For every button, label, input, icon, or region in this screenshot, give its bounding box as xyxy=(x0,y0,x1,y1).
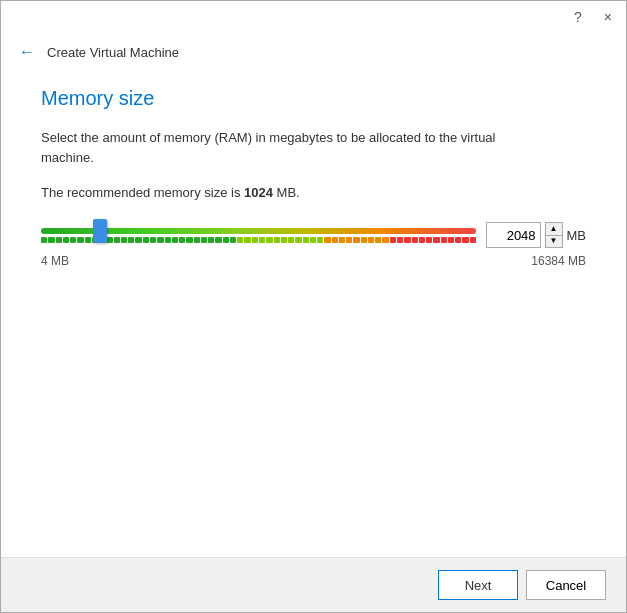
section-title: Memory size xyxy=(41,87,586,110)
spinbox-buttons: ▲ ▼ xyxy=(545,222,563,248)
content-area: Memory size Select the amount of memory … xyxy=(1,67,626,557)
recommended-prefix: The recommended memory size is xyxy=(41,185,244,200)
footer: Next Cancel xyxy=(1,557,626,612)
memory-slider[interactable] xyxy=(41,227,476,235)
recommended-text: The recommended memory size is 1024 MB. xyxy=(41,185,586,200)
spinbox-group: ▲ ▼ MB xyxy=(486,222,586,248)
next-button[interactable]: Next xyxy=(438,570,518,600)
recommended-value: 1024 xyxy=(244,185,273,200)
close-button[interactable]: × xyxy=(600,7,616,27)
spinbox-input[interactable] xyxy=(486,222,541,248)
description-text: Select the amount of memory (RAM) in meg… xyxy=(41,128,521,167)
nav-title: Create Virtual Machine xyxy=(47,45,179,60)
title-bar-controls: ? × xyxy=(570,7,616,27)
help-button[interactable]: ? xyxy=(570,7,586,27)
spinbox-down-button[interactable]: ▼ xyxy=(546,235,562,248)
nav-bar: ← Create Virtual Machine xyxy=(1,33,626,67)
slider-row: input[data-name="memory-slider"]::-webki… xyxy=(41,220,586,250)
range-min-label: 4 MB xyxy=(41,254,69,268)
range-max-label: 16384 MB xyxy=(531,254,586,268)
title-bar: ? × xyxy=(1,1,626,33)
back-button[interactable]: ← xyxy=(17,41,37,63)
spinbox-unit: MB xyxy=(567,228,587,243)
cancel-button[interactable]: Cancel xyxy=(526,570,606,600)
slider-container: input[data-name="memory-slider"]::-webki… xyxy=(41,220,476,250)
range-labels: 4 MB 16384 MB xyxy=(41,254,586,268)
window: ? × ← Create Virtual Machine Memory size… xyxy=(0,0,627,613)
spinbox-up-button[interactable]: ▲ xyxy=(546,223,562,235)
slider-area: input[data-name="memory-slider"]::-webki… xyxy=(41,220,586,268)
recommended-suffix: MB. xyxy=(273,185,300,200)
